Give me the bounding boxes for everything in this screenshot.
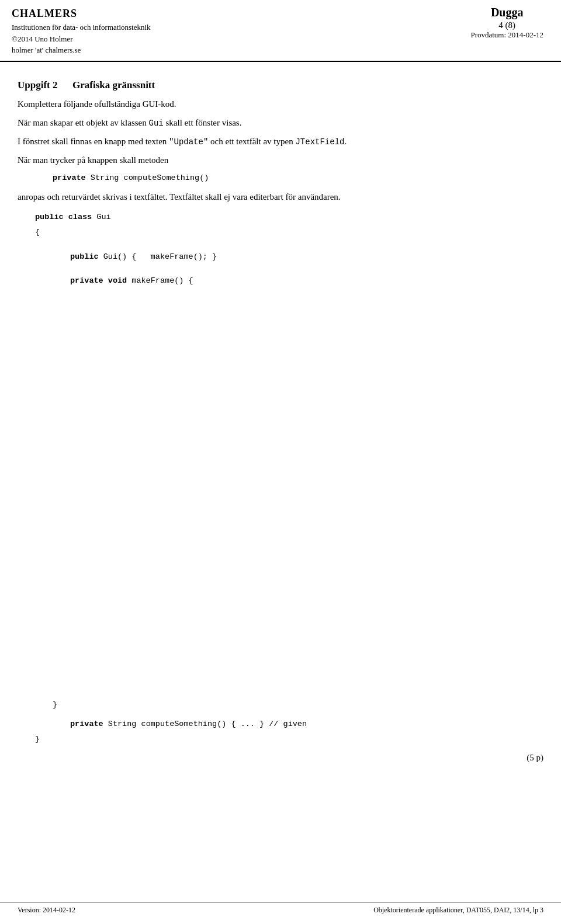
section-subtitle: Grafiska gränssnitt (72, 79, 155, 91)
public-kw-class: public class (35, 213, 92, 221)
open-brace: { (35, 228, 40, 237)
p3-end: . (344, 137, 347, 146)
p6-text: Textfältet skall ej vara editerbart för … (169, 192, 341, 202)
header-right: Dugga 4 (8) Provdatum: 2014-02-12 (470, 6, 543, 40)
header-left: CHALMERS Institutionen för data- och inf… (12, 6, 151, 56)
makeframe-decl-line: private void makeFrame() { (70, 273, 543, 289)
answer-area (35, 289, 543, 697)
institution-line: Institutionen för data- och informations… (12, 22, 151, 33)
compute-line: private String computeSomething() { ... … (70, 717, 543, 732)
private-kw-compute: private (70, 720, 103, 728)
footer-course: Objektorienterade applikationer, DAT055,… (373, 906, 543, 915)
close-brace-method: } (53, 700, 57, 709)
paragraph-2: När man skapar ett objekt av klassen Gui… (18, 116, 543, 130)
close-brace-class-line: } (35, 732, 543, 747)
p1-text: Komplettera följande ofullständiga GUI-k… (18, 99, 176, 109)
public-kw-constructor: public (70, 252, 99, 261)
makeframe-rest: makeFrame() { (127, 276, 193, 285)
footer-version: Version: 2014-02-12 (18, 906, 75, 915)
close-brace-class: } (35, 735, 40, 744)
blank-line-1 (35, 240, 543, 249)
code-method-display: private String computeSomething() (53, 172, 543, 185)
paragraph-3: I fönstret skall finnas en knapp med tex… (18, 134, 543, 148)
p3-update: "Update" (169, 137, 208, 147)
dugga-title: Dugga (491, 6, 524, 19)
p3-mid: och ett textfält av typen (208, 137, 295, 146)
constructor-rest: Gui() { makeFrame(); } (99, 252, 217, 261)
points-label: (5 p) (18, 753, 543, 763)
private-kw: private (53, 173, 86, 182)
page-header: CHALMERS Institutionen för data- och inf… (0, 0, 561, 62)
provdatum-value: 2014-02-12 (508, 30, 543, 39)
open-brace-line: { (35, 225, 543, 240)
paragraph-1: Komplettera följande ofullständiga GUI-k… (18, 97, 543, 111)
close-brace-method-line: } (53, 697, 543, 713)
page-footer: Version: 2014-02-12 Objektorienterade ap… (0, 902, 561, 918)
p3-start: I fönstret skall finnas en knapp med tex… (18, 137, 169, 146)
p2-gui: Gui (149, 119, 164, 128)
section-title: Uppgift 2 Grafiska gränssnitt (18, 79, 543, 91)
p4-text: När man trycker på knappen skall metoden (18, 155, 168, 165)
blank-line-2 (35, 264, 543, 273)
p2-start: När man skapar ett objekt av klassen (18, 118, 149, 127)
section-number: Uppgift 2 (18, 79, 57, 91)
paragraph-5: anropas och returvärdet skrivas i textfä… (18, 190, 543, 204)
email-line: holmer 'at' chalmers.se (12, 44, 151, 56)
constructor-line: public Gui() { makeFrame(); } (70, 249, 543, 265)
java-code-block: public class Gui { public Gui() { makeFr… (35, 210, 543, 746)
provdatum: Provdatum: 2014-02-12 (470, 30, 543, 40)
points-text: (5 p) (527, 753, 543, 762)
copyright-line: ©2014 Uno Holmer (12, 33, 151, 45)
private-kw-mf: private void (70, 276, 127, 285)
page-number: 4 (8) (498, 20, 515, 30)
compute-rest: String computeSomething() { ... } // giv… (103, 720, 307, 728)
method-sig-rest: String computeSomething() (91, 173, 209, 182)
p3-type: JTextField (295, 137, 344, 147)
chalmers-title: CHALMERS (12, 6, 151, 22)
blank-line-3 (35, 712, 543, 717)
class-name: Gui (92, 213, 110, 221)
p5-text: anropas och returvärdet skrivas i textfä… (18, 192, 168, 202)
paragraph-4: När man trycker på knappen skall metoden (18, 153, 543, 167)
class-decl-line: public class Gui (35, 210, 543, 225)
p2-end: skall ett fönster visas. (164, 118, 242, 127)
page-content: Uppgift 2 Grafiska gränssnitt Kompletter… (0, 62, 561, 798)
provdatum-label: Provdatum: (470, 30, 506, 39)
